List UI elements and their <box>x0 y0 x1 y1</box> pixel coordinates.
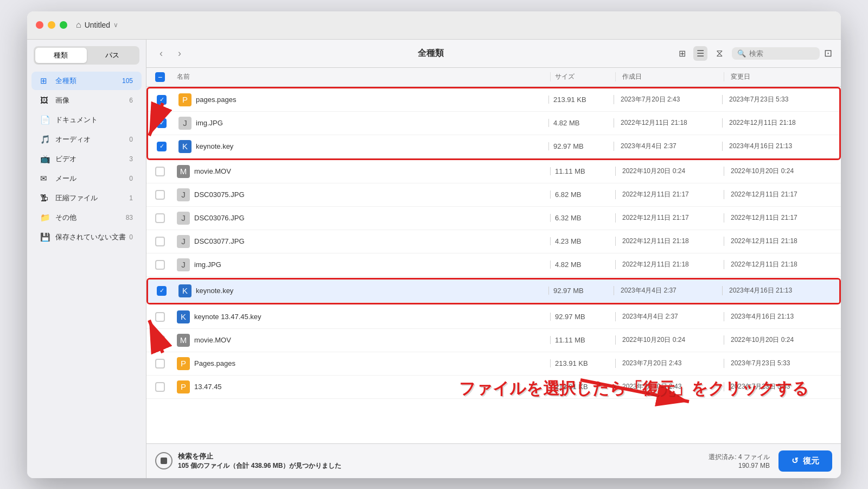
filter-button[interactable]: ⧖ <box>712 46 727 61</box>
file-modified-3: 2022年10月20日 0:24 <box>724 167 832 176</box>
sidebar-label-unsaved: 保存されていない文書 <box>55 232 129 242</box>
archive-icon: 🗜 <box>40 193 51 202</box>
file-row-highlighted[interactable]: ✓ K keynote.key 92.97 MB 2023年4月4日 2:37 … <box>148 280 839 303</box>
sidebar-item-video[interactable]: 📺 ビデオ 3 <box>31 150 142 168</box>
toolbar: ‹ › 全種類 ⊞ ☰ ⧖ 🔍 ⊡ <box>146 40 841 68</box>
file-icon-pages2: P <box>177 357 190 370</box>
file-checkbox-11[interactable] <box>155 359 165 369</box>
images-icon: 🖼 <box>40 96 51 105</box>
file-row[interactable]: J DSC03076.JPG 6.32 MB 2022年12月11日 21:17… <box>146 207 841 230</box>
file-row[interactable]: J img.JPG 4.82 MB 2022年12月11日 21:18 2022… <box>146 253 841 277</box>
file-modified-10: 2022年10月20日 0:24 <box>724 335 832 345</box>
selected-label: 選択済み: 4 ファイル <box>709 453 770 462</box>
sidebar-count-other: 83 <box>126 214 133 221</box>
home-icon: ⌂ <box>76 20 81 30</box>
tab-types[interactable]: 種類 <box>35 48 87 63</box>
file-row[interactable]: ✓ P pages.pages 213.91 KB 2023年7月20日 2:4… <box>148 88 839 112</box>
file-size-7: 4.82 MB <box>550 261 615 269</box>
sidebar-item-other[interactable]: 📁 その他 83 <box>31 208 142 227</box>
file-checkbox-4[interactable] <box>155 190 165 200</box>
forward-button[interactable]: › <box>174 46 186 61</box>
sidebar-item-mail[interactable]: ✉ メール 0 <box>31 169 142 188</box>
file-modified-0: 2023年7月23日 5:33 <box>722 95 831 104</box>
sidebar-label-video: ビデオ <box>55 154 129 164</box>
file-row[interactable]: M movie.MOV 11.11 MB 2022年10月20日 0:24 20… <box>146 160 841 183</box>
restore-button[interactable]: ↺ 復元 <box>778 450 832 472</box>
sidebar-count-video: 3 <box>129 155 133 163</box>
file-list: ✓ P pages.pages 213.91 KB 2023年7月20日 2:4… <box>146 87 841 443</box>
file-row[interactable]: ✓ J img.JPG 4.82 MB 2022年12月11日 21:18 20… <box>148 112 839 135</box>
file-checkbox-1[interactable]: ✓ <box>157 118 167 128</box>
file-list-header: − 名前 サイズ 作成日 変更日 <box>146 68 841 87</box>
file-name-5: DSC03076.JPG <box>194 214 550 222</box>
grid-view-button[interactable]: ⊞ <box>675 46 689 61</box>
file-size-4: 6.82 MB <box>550 190 615 199</box>
file-icon-keynote: K <box>178 140 192 153</box>
list-view-button[interactable]: ☰ <box>693 46 707 61</box>
file-size-8: 92.97 MB <box>548 287 614 295</box>
file-name-2: keynote.key <box>196 142 548 150</box>
header-modified: 変更日 <box>724 72 832 81</box>
file-size-11: 213.91 KB <box>550 359 615 367</box>
file-checkbox-3[interactable] <box>155 167 165 176</box>
file-row[interactable]: J DSC03075.JPG 6.82 MB 2022年12月11日 21:17… <box>146 183 841 207</box>
tab-switcher: 種類 パス <box>34 46 139 65</box>
file-icon-mov2: M <box>177 334 190 347</box>
file-size-6: 4.23 MB <box>550 237 615 245</box>
info-button[interactable]: ⊡ <box>824 47 832 59</box>
sidebar-count-audio: 0 <box>129 136 133 143</box>
file-row[interactable]: ✓ K keynote.key 92.97 MB 2023年4月4日 2:37 … <box>148 135 839 158</box>
file-checkbox-12[interactable] <box>155 382 165 392</box>
file-row[interactable]: P Pages.pages 213.91 KB 2023年7月20日 2:43 … <box>146 352 841 376</box>
file-checkbox-0[interactable]: ✓ <box>157 95 167 105</box>
file-row[interactable]: M movie.MOV 11.11 MB 2022年10月20日 0:24 20… <box>146 329 841 352</box>
file-checkbox-7[interactable] <box>155 260 165 270</box>
file-name-1: img.JPG <box>196 119 548 127</box>
sidebar-item-unsaved[interactable]: 💾 保存されていない文書 0 <box>31 228 142 246</box>
file-modified-7: 2022年12月11日 21:18 <box>724 260 832 269</box>
header-name: 名前 <box>177 72 550 81</box>
file-checkbox-8[interactable]: ✓ <box>157 286 167 296</box>
file-row[interactable]: P 13.47.45 213.91 KB 2023年7月20日 2:43 202… <box>146 376 841 399</box>
file-name-8: keynote.key <box>196 287 548 295</box>
file-modified-2: 2023年4月16日 21:13 <box>722 142 831 151</box>
sidebar-item-all[interactable]: ⊞ 全種類 105 <box>31 72 142 90</box>
traffic-lights <box>36 21 67 29</box>
tab-path[interactable]: パス <box>87 48 138 63</box>
file-icon-mov: M <box>177 165 190 178</box>
file-checkbox-9[interactable] <box>155 312 165 322</box>
other-icon: 📁 <box>40 213 51 223</box>
audio-icon: 🎵 <box>40 135 51 144</box>
file-checkbox-10[interactable] <box>155 335 165 345</box>
file-checkbox-6[interactable] <box>155 237 165 246</box>
file-name-4: DSC03075.JPG <box>194 190 550 199</box>
back-button[interactable]: ‹ <box>155 46 167 61</box>
file-checkbox-2[interactable]: ✓ <box>157 142 167 151</box>
file-size-10: 11.11 MB <box>550 336 615 344</box>
selected-file-single: ✓ K keynote.key 92.97 MB 2023年4月4日 2:37 … <box>146 278 841 304</box>
file-row[interactable]: J DSC03077.JPG 4.23 MB 2022年12月11日 21:18… <box>146 230 841 253</box>
close-button[interactable] <box>36 21 43 29</box>
stop-button[interactable] <box>155 452 173 469</box>
search-box: 🔍 <box>732 47 820 60</box>
sidebar-item-documents[interactable]: 📄 ドキュメント <box>31 111 142 129</box>
file-size-0: 213.91 KB <box>548 96 614 104</box>
minimize-button[interactable] <box>48 21 55 29</box>
sidebar-item-images[interactable]: 🖼 画像 6 <box>31 91 142 110</box>
maximize-button[interactable] <box>60 21 67 29</box>
sidebar-item-audio[interactable]: 🎵 オーディオ 0 <box>31 130 142 149</box>
sidebar-label-audio: オーディオ <box>55 135 129 144</box>
file-modified-12: 2023年7月23日 5:33 <box>724 382 832 391</box>
selection-info: 選択済み: 4 ファイル 190.97 MB <box>709 453 770 469</box>
toolbar-title: 全種類 <box>192 48 669 59</box>
select-all-checkbox[interactable]: − <box>155 72 165 82</box>
file-icon-keynote2: K <box>178 284 192 297</box>
status-text: 検索を停止 105 個のファイル（合計 438.96 MB）が見つかりました <box>178 452 709 471</box>
file-modified-9: 2023年4月16日 21:13 <box>724 312 832 321</box>
search-input[interactable] <box>749 49 814 58</box>
title-chevron-icon[interactable]: ∨ <box>113 21 118 29</box>
file-row[interactable]: K keynote 13.47.45.key 92.97 MB 2023年4月4… <box>146 306 841 329</box>
file-checkbox-5[interactable] <box>155 213 165 223</box>
file-name-6: DSC03077.JPG <box>194 237 550 245</box>
sidebar-item-archive[interactable]: 🗜 圧縮ファイル 1 <box>31 189 142 207</box>
